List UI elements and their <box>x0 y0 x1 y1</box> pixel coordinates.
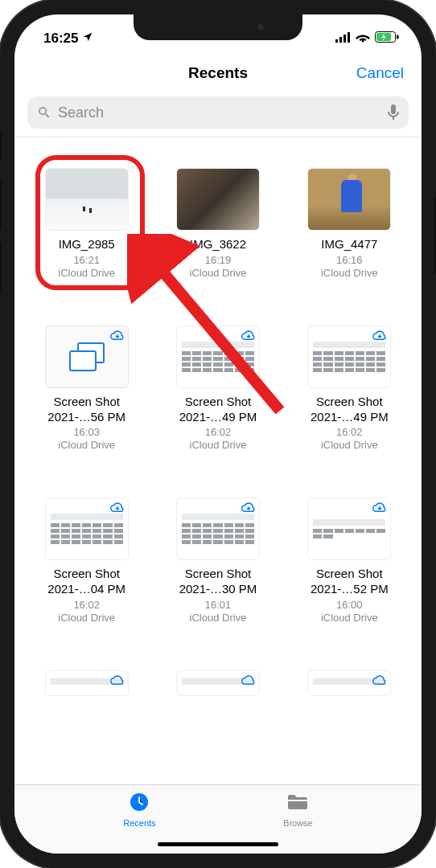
file-item[interactable] <box>155 667 280 739</box>
wifi-icon <box>356 31 370 47</box>
cloud-download-icon <box>110 674 125 689</box>
file-time: 16:03 <box>73 426 100 438</box>
search-icon <box>37 105 51 120</box>
file-name: IMG_2985 <box>59 237 115 252</box>
volume-down-button <box>0 241 2 291</box>
file-location: iCloud Drive <box>58 612 115 624</box>
file-item[interactable]: IMG_2985 16:21 iCloud Drive <box>24 165 149 316</box>
file-thumbnail <box>307 326 391 388</box>
file-name: Screen Shot 2021-…52 PM <box>293 567 405 597</box>
file-grid: IMG_2985 16:21 iCloud Drive IMG_3622 16:… <box>24 165 412 739</box>
nav-bar: Recents Cancel <box>14 53 422 93</box>
cellular-signal-icon <box>335 31 351 47</box>
svg-rect-1 <box>339 37 342 43</box>
file-thumbnail <box>176 497 260 560</box>
file-grid-container[interactable]: IMG_2985 16:21 iCloud Drive IMG_3622 16:… <box>14 137 422 784</box>
cloud-download-icon <box>110 502 125 516</box>
cloud-download-icon <box>372 330 387 344</box>
file-time: 16:00 <box>336 599 363 611</box>
tab-browse[interactable]: Browse <box>283 792 313 828</box>
search-input[interactable] <box>58 104 381 121</box>
cloud-download-icon <box>241 674 256 689</box>
svg-rect-6 <box>397 35 399 39</box>
tab-recents-label: Recents <box>123 818 155 828</box>
file-thumbnail <box>45 326 129 388</box>
document-stack-icon <box>69 342 105 371</box>
screen: 16:25 Recents Cancel <box>14 14 422 854</box>
file-location: iCloud Drive <box>321 612 378 624</box>
file-name: Screen Shot 2021-…49 PM <box>293 395 405 425</box>
file-item[interactable]: IMG_4477 16:16 iCloud Drive <box>287 165 412 316</box>
file-item[interactable]: Screen Shot 2021-…30 PM 16:01 iCloud Dri… <box>155 494 280 661</box>
cloud-download-icon <box>241 330 256 344</box>
home-indicator[interactable] <box>158 842 278 846</box>
notch <box>134 14 302 40</box>
file-name: IMG_3622 <box>190 237 246 252</box>
file-item[interactable]: Screen Shot 2021-…49 PM 16:02 iCloud Dri… <box>287 322 412 489</box>
cloud-download-icon <box>241 502 256 516</box>
microphone-icon[interactable] <box>388 104 399 121</box>
file-name: Screen Shot 2021-…30 PM <box>162 567 274 597</box>
file-thumbnail <box>176 326 260 388</box>
page-title: Recents <box>188 64 248 82</box>
file-item[interactable]: Screen Shot 2021-…52 PM 16:00 iCloud Dri… <box>287 494 412 661</box>
file-item[interactable] <box>287 667 412 739</box>
file-name: Screen Shot 2021-…56 PM <box>31 395 143 425</box>
tab-recents[interactable]: Recents <box>123 792 155 828</box>
file-location: iCloud Drive <box>190 267 247 279</box>
status-time: 16:25 <box>43 31 78 47</box>
file-item[interactable] <box>24 667 149 739</box>
file-time: 16:02 <box>205 426 232 438</box>
file-thumbnail <box>307 497 391 560</box>
search-container <box>14 93 422 137</box>
file-name: Screen Shot 2021-…49 PM <box>162 395 274 425</box>
file-thumbnail <box>176 168 260 231</box>
file-thumbnail <box>176 670 260 696</box>
file-thumbnail <box>307 168 391 231</box>
search-bar[interactable] <box>27 96 409 129</box>
tab-browse-label: Browse <box>283 818 313 828</box>
file-time: 16:21 <box>73 254 100 266</box>
file-time: 16:19 <box>205 254 232 266</box>
cancel-button[interactable]: Cancel <box>356 64 404 82</box>
file-location: iCloud Drive <box>321 439 378 451</box>
volume-up-button <box>0 181 2 231</box>
file-location: iCloud Drive <box>58 439 115 451</box>
file-location: iCloud Drive <box>58 267 115 279</box>
svg-rect-9 <box>288 800 307 801</box>
location-arrow-icon <box>82 31 93 47</box>
file-time: 16:01 <box>205 599 232 611</box>
cloud-download-icon <box>372 502 387 516</box>
file-location: iCloud Drive <box>190 612 247 624</box>
file-item[interactable]: Screen Shot 2021-…04 PM 16:02 iCloud Dri… <box>24 494 149 661</box>
file-thumbnail <box>45 670 129 696</box>
svg-rect-0 <box>335 39 338 43</box>
file-time: 16:16 <box>336 254 363 266</box>
file-thumbnail <box>45 497 129 560</box>
file-thumbnail <box>45 168 129 231</box>
svg-rect-2 <box>343 35 346 43</box>
file-thumbnail <box>307 670 391 696</box>
phone-frame: 16:25 Recents Cancel <box>0 0 436 868</box>
file-name: IMG_4477 <box>321 237 377 252</box>
svg-rect-3 <box>348 32 350 43</box>
file-location: iCloud Drive <box>190 439 247 451</box>
mute-switch <box>0 133 2 160</box>
file-location: iCloud Drive <box>321 267 378 279</box>
cloud-download-icon <box>110 330 125 344</box>
file-name: Screen Shot 2021-…04 PM <box>31 567 143 597</box>
file-time: 16:02 <box>336 426 363 438</box>
battery-icon <box>375 31 399 47</box>
cloud-download-icon <box>372 674 387 689</box>
file-time: 16:02 <box>73 599 100 611</box>
clock-icon <box>128 792 150 816</box>
folder-icon <box>286 792 310 816</box>
file-item[interactable]: Screen Shot 2021-…49 PM 16:02 iCloud Dri… <box>155 322 280 489</box>
file-item[interactable]: Screen Shot 2021-…56 PM 16:03 iCloud Dri… <box>24 322 149 489</box>
file-item[interactable]: IMG_3622 16:19 iCloud Drive <box>155 165 280 316</box>
